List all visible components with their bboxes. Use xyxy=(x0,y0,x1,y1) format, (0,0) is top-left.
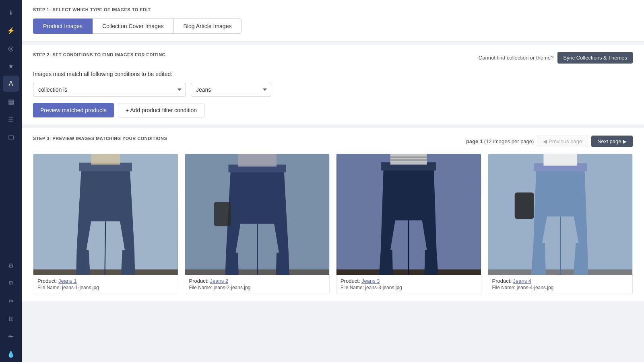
step1-section: STEP 1: SELECT WHICH TYPE OF IMAGES TO E… xyxy=(22,0,644,41)
product-label-4: Product: Jeans 4 xyxy=(492,278,629,284)
product-image-3 xyxy=(336,154,481,275)
action-buttons: Preview matched products + Add product f… xyxy=(33,103,633,117)
product-info-4: Product: Jeans 4 File Name: jeans-4-jean… xyxy=(488,275,633,294)
product-link-1[interactable]: Jeans 1 xyxy=(58,278,77,284)
step3-header: STEP 3: PREVIEW IMAGES MATCHING YOUR CON… xyxy=(33,136,633,147)
svg-rect-20 xyxy=(214,202,231,226)
sync-collections-button[interactable]: Sync Collections & Themes xyxy=(557,52,633,64)
svg-rect-19 xyxy=(238,154,277,167)
step1-label: STEP 1: SELECT WHICH TYPE OF IMAGES TO E… xyxy=(33,7,633,12)
svg-rect-45 xyxy=(514,193,534,219)
drop-icon[interactable]: 💧 xyxy=(3,346,19,362)
jeans-svg-2 xyxy=(185,154,330,275)
next-page-button[interactable]: Next page ▶ xyxy=(591,136,633,147)
sync-hint-text: Cannot find collection or theme? xyxy=(479,55,553,61)
product-info-3: Product: Jeans 3 File Name: jeans-3-jean… xyxy=(336,275,481,294)
svg-marker-15 xyxy=(275,253,290,275)
tab-product-images[interactable]: Product Images xyxy=(33,19,93,34)
sync-hint-area: Cannot find collection or theme? Sync Co… xyxy=(479,52,633,64)
product-link-4[interactable]: Jeans 4 xyxy=(513,278,532,284)
product-card-3: Product: Jeans 3 File Name: jeans-3-jean… xyxy=(336,154,481,294)
cut-icon[interactable]: ✁ xyxy=(3,328,19,344)
value-select[interactable]: Jeans xyxy=(191,83,271,97)
step3-section: STEP 3: PREVIEW IMAGES MATCHING YOUR CON… xyxy=(22,128,644,301)
crop-icon[interactable]: ✂ xyxy=(3,293,19,309)
svg-marker-4 xyxy=(76,250,91,275)
filename-2: File Name: jeans-2-jeans.jpg xyxy=(189,285,326,290)
step2-header: STEP 2: SET CONDITIONS TO FIND IMAGES FO… xyxy=(33,52,633,64)
svg-marker-5 xyxy=(120,250,135,275)
flash-icon[interactable]: ⚡ xyxy=(3,23,19,39)
svg-rect-44 xyxy=(543,154,577,166)
product-image-2 xyxy=(185,154,330,275)
svg-rect-1 xyxy=(33,269,178,275)
product-label-2: Product: Jeans 2 xyxy=(189,278,326,284)
text-icon[interactable]: A xyxy=(3,76,19,92)
jeans-svg-1 xyxy=(33,154,178,275)
condition-select[interactable]: collection is xyxy=(33,83,186,97)
filename-3: File Name: jeans-3-jeans.jpg xyxy=(341,285,477,290)
product-label-1: Product: Jeans 1 xyxy=(37,278,174,284)
step2-label: STEP 2: SET CONDITIONS TO FIND IMAGES FO… xyxy=(33,52,166,57)
product-link-3[interactable]: Jeans 3 xyxy=(361,278,380,284)
pagination-info: page 1 (12 images per page) ◀ Previous p… xyxy=(466,136,633,147)
tab-collection-images[interactable]: Collection Cover Images xyxy=(92,19,174,34)
svg-rect-9 xyxy=(91,154,120,165)
filter-row: collection is Jeans xyxy=(33,83,633,97)
resize-icon[interactable]: ⊞ xyxy=(3,311,19,327)
jeans-svg-3 xyxy=(336,154,481,275)
product-label-3: Product: Jeans 3 xyxy=(341,278,477,284)
product-card-1: Product: Jeans 1 File Name: jeans-1-jean… xyxy=(33,154,178,294)
product-link-2[interactable]: Jeans 2 xyxy=(210,278,229,284)
product-image-4 xyxy=(488,154,633,275)
info-icon[interactable]: ℹ xyxy=(3,5,19,21)
clock-icon[interactable]: ◎ xyxy=(3,40,19,56)
svg-rect-31 xyxy=(390,156,427,158)
step2-section: STEP 2: SET CONDITIONS TO FIND IMAGES FO… xyxy=(22,45,644,125)
sidebar: ℹ ⚡ ◎ ★ A ▤ ☰ ▢ ⚙ ⧉ ✂ ⊞ ✁ 💧 xyxy=(0,0,22,362)
preview-matched-button[interactable]: Preview matched products xyxy=(33,103,114,117)
tools-icon[interactable]: ⚙ xyxy=(3,257,19,274)
main-content: STEP 1: SELECT WHICH TYPE OF IMAGES TO E… xyxy=(22,0,644,362)
product-card-2: Product: Jeans 2 File Name: jeans-2-jean… xyxy=(185,154,330,294)
list-icon[interactable]: ☰ xyxy=(3,111,19,127)
add-filter-button[interactable]: + Add product filter condition xyxy=(118,103,204,117)
tab-blog-images[interactable]: Blog Article Images xyxy=(173,19,242,34)
star-icon[interactable]: ★ xyxy=(3,58,19,74)
filter-icon[interactable]: ⧉ xyxy=(3,275,19,291)
image-type-tabs: Product Images Collection Cover Images B… xyxy=(33,19,633,34)
document-icon[interactable]: ▤ xyxy=(3,93,19,109)
filename-4: File Name: jeans-4-jeans.jpg xyxy=(492,285,629,290)
product-image-1 xyxy=(33,154,178,275)
page-number: page 1 (12 images per page) xyxy=(466,138,534,144)
svg-rect-32 xyxy=(390,159,427,161)
page-icon[interactable]: ▢ xyxy=(3,129,19,145)
product-grid: Product: Jeans 1 File Name: jeans-1-jean… xyxy=(33,154,633,294)
product-info-1: Product: Jeans 1 File Name: jeans-1-jean… xyxy=(33,275,178,294)
prev-page-button[interactable]: ◀ Previous page xyxy=(537,136,588,147)
conditions-description: Images must match all following conditio… xyxy=(33,71,633,77)
step3-label: STEP 3: PREVIEW IMAGES MATCHING YOUR CON… xyxy=(33,136,167,141)
product-info-2: Product: Jeans 2 File Name: jeans-2-jean… xyxy=(185,275,330,294)
filename-1: File Name: jeans-1-jeans.jpg xyxy=(37,285,174,290)
product-card-4: Product: Jeans 4 File Name: jeans-4-jean… xyxy=(488,154,633,294)
jeans-svg-4 xyxy=(488,154,633,275)
svg-marker-14 xyxy=(224,253,239,275)
